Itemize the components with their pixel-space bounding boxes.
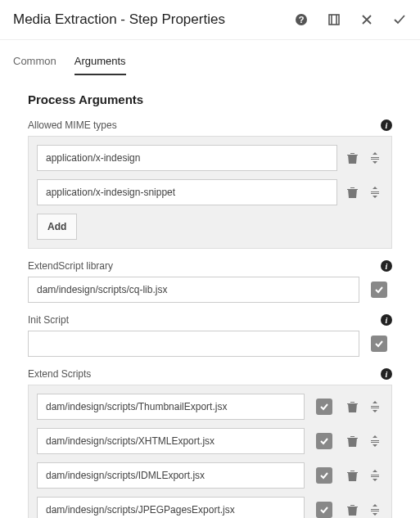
svg-rect-7 [352, 191, 353, 196]
svg-rect-10 [352, 405, 353, 411]
checkbox[interactable] [316, 399, 332, 415]
info-icon[interactable]: i [381, 260, 392, 272]
trash-icon[interactable] [345, 435, 359, 448]
checkbox[interactable] [316, 433, 332, 449]
section-title: Process Arguments [28, 92, 392, 106]
extend-scripts-label: Extend Scripts [28, 368, 91, 380]
info-icon[interactable]: i [381, 119, 392, 131]
field-init-script: Init Script i [28, 314, 392, 357]
extend-scripts-list [28, 385, 392, 518]
svg-rect-8 [354, 191, 355, 196]
script-input[interactable] [37, 394, 305, 420]
reorder-icon[interactable] [368, 400, 382, 413]
svg-rect-19 [352, 508, 353, 514]
extendscript-lib-label: ExtendScript library [28, 260, 113, 272]
script-input[interactable] [37, 462, 305, 489]
mime-input[interactable] [37, 145, 337, 171]
mime-list: Add [28, 136, 392, 249]
mime-label: Allowed MIME types [28, 119, 117, 131]
svg-rect-16 [352, 474, 353, 480]
script-input[interactable] [37, 428, 305, 454]
tab-arguments[interactable]: Arguments [75, 48, 126, 75]
field-mime-types: Allowed MIME types i [28, 119, 392, 249]
checkbox[interactable] [316, 502, 332, 518]
svg-rect-5 [354, 156, 355, 162]
confirm-icon[interactable] [392, 12, 407, 27]
reorder-icon[interactable] [368, 186, 382, 199]
script-input[interactable] [37, 497, 305, 518]
close-icon[interactable] [359, 12, 374, 27]
reorder-icon[interactable] [368, 151, 382, 164]
field-extendscript-library: ExtendScript library i [28, 260, 392, 303]
svg-rect-18 [350, 508, 351, 514]
trash-icon[interactable] [345, 469, 359, 482]
svg-rect-11 [354, 405, 355, 411]
trash-icon[interactable] [345, 400, 359, 413]
list-item [37, 497, 383, 518]
reorder-icon[interactable] [368, 435, 382, 448]
trash-icon[interactable] [345, 186, 359, 199]
init-script-label: Init Script [28, 314, 69, 326]
tab-common[interactable]: Common [13, 48, 56, 75]
checkbox[interactable] [371, 336, 387, 352]
help-icon[interactable]: ? [294, 12, 309, 27]
list-item [37, 145, 383, 171]
extendscript-lib-input[interactable] [28, 277, 359, 303]
reorder-icon[interactable] [368, 469, 382, 482]
fullscreen-icon[interactable] [327, 12, 341, 27]
svg-rect-15 [350, 474, 351, 480]
trash-icon[interactable] [345, 151, 359, 164]
init-script-input[interactable] [28, 331, 359, 357]
info-icon[interactable]: i [381, 314, 392, 326]
reorder-icon[interactable] [368, 503, 382, 516]
svg-rect-13 [352, 439, 353, 445]
field-extend-scripts: Extend Scripts i [28, 368, 392, 518]
list-item [37, 428, 383, 454]
svg-rect-3 [350, 156, 351, 162]
svg-rect-2 [329, 15, 339, 25]
svg-rect-4 [352, 156, 353, 162]
dialog-header: Media Extraction - Step Properties ? [0, 0, 420, 40]
trash-icon[interactable] [345, 503, 359, 516]
svg-rect-17 [354, 474, 355, 480]
svg-text:?: ? [299, 15, 305, 25]
svg-rect-14 [354, 439, 355, 445]
svg-rect-12 [350, 439, 351, 445]
list-item [37, 462, 383, 489]
list-item [37, 179, 383, 205]
dialog-title: Media Extraction - Step Properties [13, 11, 225, 28]
svg-rect-6 [350, 191, 351, 196]
list-item [37, 394, 383, 420]
checkbox[interactable] [371, 282, 387, 298]
checkbox[interactable] [316, 467, 332, 484]
svg-rect-20 [354, 508, 355, 514]
add-button[interactable]: Add [37, 214, 77, 240]
content: Process Arguments Allowed MIME types i [0, 76, 420, 518]
tabs: Common Arguments [0, 48, 420, 76]
svg-rect-9 [350, 405, 351, 411]
mime-input[interactable] [37, 179, 337, 205]
info-icon[interactable]: i [381, 368, 392, 380]
header-actions: ? [294, 12, 407, 27]
